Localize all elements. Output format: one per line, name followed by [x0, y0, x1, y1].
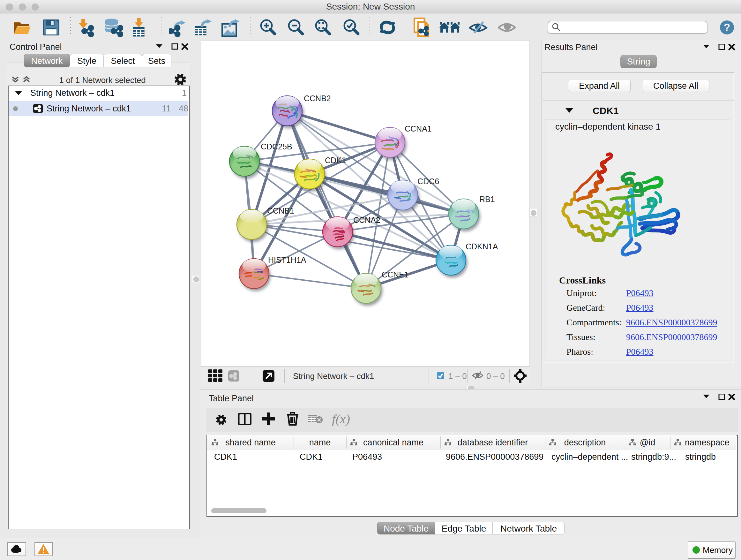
svg-text:CCNB1: CCNB1	[267, 206, 294, 215]
svg-text:CCNB2: CCNB2	[304, 94, 331, 103]
svg-text:CDK1: CDK1	[325, 156, 346, 165]
svg-text:HIST1H1A: HIST1H1A	[268, 255, 307, 264]
svg-text:CDC25B: CDC25B	[261, 142, 292, 151]
svg-text:CCNE1: CCNE1	[382, 270, 409, 279]
svg-text:CDKN1A: CDKN1A	[466, 242, 498, 251]
svg-text:CDC6: CDC6	[417, 177, 439, 186]
svg-text:RB1: RB1	[479, 195, 495, 204]
svg-text:CCNA2: CCNA2	[353, 215, 381, 225]
svg-text:CCNA1: CCNA1	[405, 124, 432, 133]
